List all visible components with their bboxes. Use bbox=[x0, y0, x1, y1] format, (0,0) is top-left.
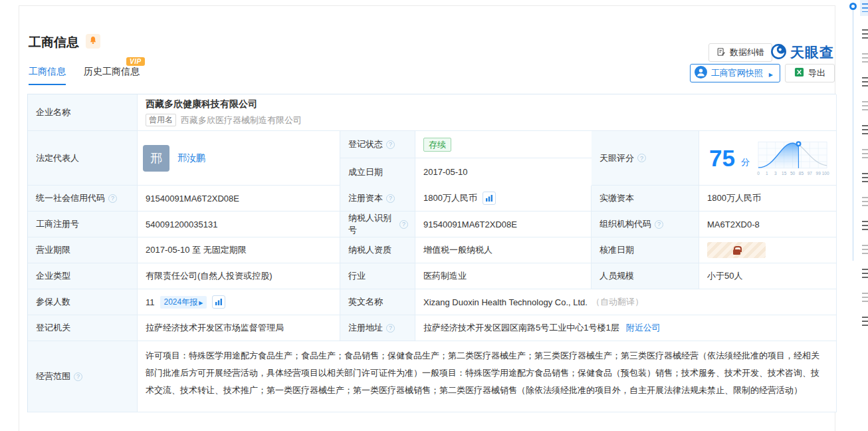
annual-report-badge[interactable]: 2024年报 bbox=[160, 296, 207, 309]
help-icon[interactable] bbox=[637, 154, 646, 162]
svg-text:85: 85 bbox=[799, 170, 804, 175]
anchor-nav-active-item[interactable] bbox=[860, 0, 868, 16]
label-registration-authority: 登记机关 bbox=[28, 315, 138, 341]
value-org-code: MA6T2XD0-8 bbox=[699, 212, 837, 237]
value-business-scope: 许可项目：特殊医学用途配方食品生产；食品生产；食品销售；保健食品生产；第二类医疗… bbox=[138, 341, 837, 412]
anchor-nav-item[interactable] bbox=[862, 317, 868, 326]
value-company-type: 有限责任公司(自然人投资或控股) bbox=[138, 263, 340, 289]
company-name: 西藏多欣健康科技有限公司 bbox=[146, 98, 257, 110]
svg-text:3: 3 bbox=[774, 170, 777, 175]
value-establish-date: 2017-05-10 bbox=[415, 158, 592, 186]
value-registration-authority: 拉萨经济技术开发区市场监督管理局 bbox=[138, 315, 340, 341]
anchor-nav-item[interactable] bbox=[862, 197, 868, 206]
svg-text:99: 99 bbox=[816, 170, 821, 175]
value-taxpayer-id: 91540091MA6T2XD08E bbox=[415, 212, 592, 237]
label-tianyan-score: 天眼评分 bbox=[592, 131, 699, 186]
value-paid-capital: 1800万人民币 bbox=[699, 186, 837, 212]
capital-trend-icon[interactable] bbox=[483, 192, 496, 205]
anchor-nav-item[interactable] bbox=[862, 125, 868, 134]
score-number: 75 bbox=[709, 146, 735, 170]
former-name-tag: 曾用名 bbox=[146, 114, 176, 126]
bell-icon bbox=[88, 35, 98, 48]
value-staff-size: 小于50人 bbox=[699, 263, 837, 289]
anchor-nav-item[interactable] bbox=[862, 173, 868, 182]
anchor-nav-active-dot[interactable] bbox=[849, 3, 857, 10]
value-registration-status: 存续 bbox=[415, 131, 592, 158]
help-icon[interactable] bbox=[386, 194, 395, 203]
subscribe-bell-button[interactable] bbox=[86, 34, 100, 49]
anchor-nav-item[interactable] bbox=[862, 77, 868, 86]
official-snapshot-button[interactable]: 工商官网快照 bbox=[690, 64, 780, 82]
avatar[interactable]: 邢 bbox=[143, 145, 169, 172]
legal-representative-link[interactable]: 邢汝鹏 bbox=[177, 152, 205, 164]
auto-translate-note: （自动翻译） bbox=[592, 296, 643, 308]
anchor-nav-item[interactable] bbox=[862, 293, 868, 302]
locked-value-placeholder[interactable] bbox=[707, 242, 766, 258]
business-info-card: 工商信息 数据纠错 天眼查 工商信息 历史工商信息 VIP 工商官网快照 导出 bbox=[19, 5, 835, 431]
label-establish-date: 成立日期 bbox=[340, 158, 415, 186]
value-credit-code: 91540091MA6T2XD08E bbox=[138, 186, 340, 212]
former-company-name: 西藏多欣医疗器械制造有限公司 bbox=[181, 114, 302, 126]
business-info-table: 企业名称 西藏多欣健康科技有限公司 曾用名 西藏多欣医疗器械制造有限公司 法定代… bbox=[27, 94, 836, 412]
tab-history-business-info[interactable]: 历史工商信息 bbox=[84, 66, 140, 78]
help-icon[interactable] bbox=[399, 220, 408, 229]
label-insured-count: 参保人数 bbox=[28, 289, 138, 315]
label-taxpayer-id: 纳税人识别号 bbox=[340, 212, 415, 237]
help-icon[interactable] bbox=[386, 324, 395, 333]
label-registered-capital: 注册资本 bbox=[340, 186, 415, 212]
page-title: 工商信息 bbox=[29, 34, 79, 51]
label-industry: 行业 bbox=[340, 263, 415, 289]
anchor-nav-item[interactable] bbox=[862, 53, 868, 63]
nearby-companies-link[interactable]: 附近公司 bbox=[626, 322, 661, 334]
data-correction-label: 数据纠错 bbox=[730, 47, 764, 59]
tab-business-info[interactable]: 工商信息 bbox=[29, 66, 66, 85]
excel-export-icon bbox=[794, 67, 804, 79]
help-icon[interactable] bbox=[108, 194, 117, 203]
svg-text:100: 100 bbox=[822, 170, 829, 175]
help-icon[interactable] bbox=[74, 372, 82, 381]
anchor-nav-item[interactable] bbox=[862, 245, 868, 254]
value-tianyan-score[interactable]: 75 分 bbox=[699, 131, 837, 186]
label-paid-capital: 实缴资本 bbox=[592, 186, 699, 212]
label-company-name: 企业名称 bbox=[28, 94, 138, 131]
anchor-nav-item[interactable] bbox=[862, 101, 868, 110]
export-button[interactable]: 导出 bbox=[785, 64, 835, 82]
vip-badge: VIP bbox=[126, 57, 145, 66]
status-date-subgrid: 登记状态 存续 成立日期 2017-05-10 bbox=[340, 131, 592, 186]
value-industry: 医药制造业 bbox=[415, 263, 592, 289]
label-taxpayer-quality: 纳税人资质 bbox=[340, 237, 415, 263]
anchor-nav-item[interactable] bbox=[862, 269, 868, 278]
lock-icon bbox=[733, 249, 740, 255]
label-org-code: 组织机构代码 bbox=[592, 212, 699, 237]
label-registration-status: 登记状态 bbox=[340, 131, 415, 158]
value-english-name: Xizang Duoxin Health Technology Co., Ltd… bbox=[415, 289, 837, 315]
score-distribution-chart: 0 1 3 15 50 85 97 99 100 bbox=[756, 139, 829, 178]
label-business-term: 营业期限 bbox=[28, 237, 138, 263]
help-icon[interactable] bbox=[655, 220, 663, 229]
value-approval-date bbox=[699, 237, 837, 263]
label-registered-address: 注册地址 bbox=[340, 315, 415, 341]
anchor-nav-item[interactable] bbox=[862, 149, 868, 158]
value-legal-representative: 邢 邢汝鹏 bbox=[138, 131, 340, 186]
label-staff-size: 人员规模 bbox=[592, 263, 699, 289]
status-badge: 存续 bbox=[423, 138, 451, 152]
svg-text:0: 0 bbox=[757, 170, 760, 175]
svg-text:1: 1 bbox=[766, 170, 768, 175]
value-taxpayer-quality: 增值税一般纳税人 bbox=[415, 237, 592, 263]
value-registration-number: 540091200035131 bbox=[138, 212, 340, 237]
label-company-type: 企业类型 bbox=[28, 263, 138, 289]
export-label: 导出 bbox=[808, 67, 825, 79]
help-icon[interactable] bbox=[386, 140, 395, 149]
svg-text:50: 50 bbox=[790, 170, 796, 175]
anchor-nav-line bbox=[853, 9, 853, 261]
value-registered-address: 拉萨经济技术开发区园区南路5号工业中心1号楼1层 附近公司 bbox=[415, 315, 837, 341]
tianyancha-logo: 天眼查 bbox=[770, 43, 834, 62]
insured-trend-icon[interactable] bbox=[212, 295, 225, 309]
anchor-nav-item[interactable] bbox=[862, 29, 868, 39]
data-correction-button[interactable]: 数据纠错 bbox=[708, 43, 772, 62]
label-business-scope: 经营范围 bbox=[28, 341, 138, 412]
anchor-nav-item[interactable] bbox=[862, 221, 868, 230]
svg-text:15: 15 bbox=[782, 170, 787, 175]
brand-name: 天眼查 bbox=[790, 43, 834, 62]
tianyancha-logo-icon bbox=[770, 43, 787, 63]
